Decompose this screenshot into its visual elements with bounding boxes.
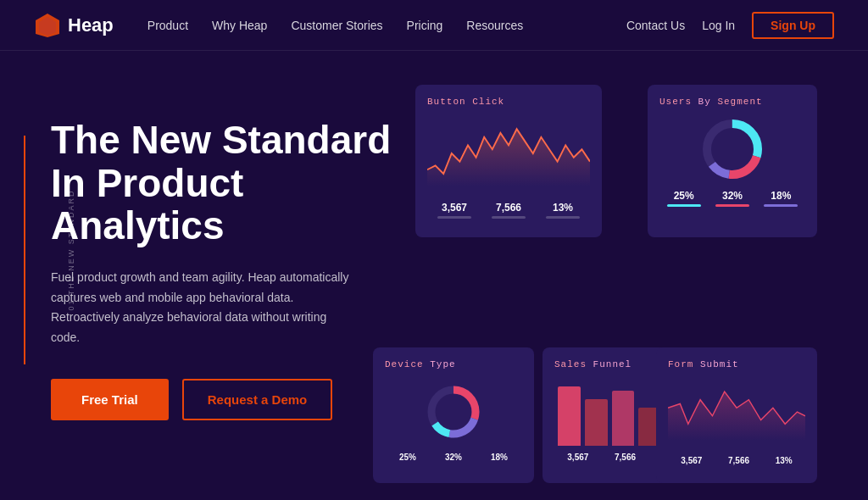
users-segment-donut xyxy=(659,115,805,183)
form-stat-1: 3,567 xyxy=(681,456,702,465)
signup-button[interactable]: Sign Up xyxy=(752,12,834,39)
device-type-stats: 25% 32% 18% xyxy=(385,453,522,462)
card-users-segment-title: Users By Segment xyxy=(659,97,805,107)
charts-area: Button Click 3,567 7,566 xyxy=(407,51,817,500)
nav-item-product[interactable]: Product xyxy=(147,19,188,32)
nav-item-pricing[interactable]: Pricing xyxy=(407,19,443,32)
nav-right: Contact Us Log In Sign Up xyxy=(626,12,834,39)
free-trial-button[interactable]: Free Trial xyxy=(51,379,169,420)
dev-stat-3: 18% xyxy=(491,453,508,462)
stat-bar-3 xyxy=(546,216,580,219)
card-button-click: Button Click 3,567 7,566 xyxy=(415,85,602,237)
card-form-submit: Form Submit 3,567 7,566 xyxy=(656,347,817,483)
request-demo-button[interactable]: Request a Demo xyxy=(182,379,333,420)
dev-stat-1: 25% xyxy=(399,453,416,462)
sales-stat-2: 7,566 xyxy=(615,453,636,462)
logo[interactable]: Heap xyxy=(34,12,114,39)
seg-stat-bar-3 xyxy=(764,204,798,207)
seg-stat-bar-2 xyxy=(715,204,749,207)
nav-item-why-heap[interactable]: Why Heap xyxy=(212,19,267,32)
bar-1 xyxy=(558,386,581,446)
form-submit-chart xyxy=(668,378,805,446)
navbar: Heap Product Why Heap Customer Stories P… xyxy=(0,0,868,51)
stat-bar-2 xyxy=(492,216,526,219)
nav-item-resources[interactable]: Resources xyxy=(466,19,523,32)
form-stat-2: 7,566 xyxy=(728,456,749,465)
users-segment-stats: 25% 32% 18% xyxy=(659,190,805,207)
form-stat-3: 13% xyxy=(776,456,793,465)
hero-section: The New Standard In Product Analytics Fu… xyxy=(0,51,868,500)
nav-item-customer-stories[interactable]: Customer Stories xyxy=(291,19,382,32)
device-type-donut xyxy=(385,378,522,446)
dev-stat-2: 32% xyxy=(445,453,462,462)
stat-bar-1 xyxy=(437,216,471,219)
button-click-chart xyxy=(427,115,590,192)
seg-stat-3: 18% xyxy=(764,190,798,207)
stat-3: 13% xyxy=(546,202,580,219)
card-form-submit-title: Form Submit xyxy=(668,359,805,369)
card-users-segment: Users By Segment 25% 32% xyxy=(648,85,817,237)
card-button-click-title: Button Click xyxy=(427,97,590,107)
card-device-type: Device Type 25% 32% 18% xyxy=(373,347,534,483)
hero-description: Fuel product growth and team agility. He… xyxy=(51,268,356,348)
bar-3 xyxy=(612,391,635,446)
card-device-type-title: Device Type xyxy=(385,359,522,369)
stat-1: 3,567 xyxy=(437,202,471,219)
sales-stat-1: 3,567 xyxy=(567,453,588,462)
hero-left: The New Standard In Product Analytics Fu… xyxy=(51,51,407,500)
nav-login[interactable]: Log In xyxy=(702,19,735,32)
hero-title: The New Standard In Product Analytics xyxy=(51,119,407,247)
bar-2 xyxy=(585,399,608,446)
button-click-stats: 3,567 7,566 13% xyxy=(427,202,590,219)
form-submit-stats: 3,567 7,566 13% xyxy=(668,456,805,465)
nav-contact[interactable]: Contact Us xyxy=(626,19,685,32)
logo-icon xyxy=(34,12,61,39)
seg-stat-bar-1 xyxy=(667,204,701,207)
seg-stat-2: 32% xyxy=(715,190,749,207)
logo-text: Heap xyxy=(68,14,114,36)
nav-links: Product Why Heap Customer Stories Pricin… xyxy=(147,19,626,32)
seg-stat-1: 25% xyxy=(667,190,701,207)
hero-buttons: Free Trial Request a Demo xyxy=(51,379,407,420)
stat-2: 7,566 xyxy=(492,202,526,219)
